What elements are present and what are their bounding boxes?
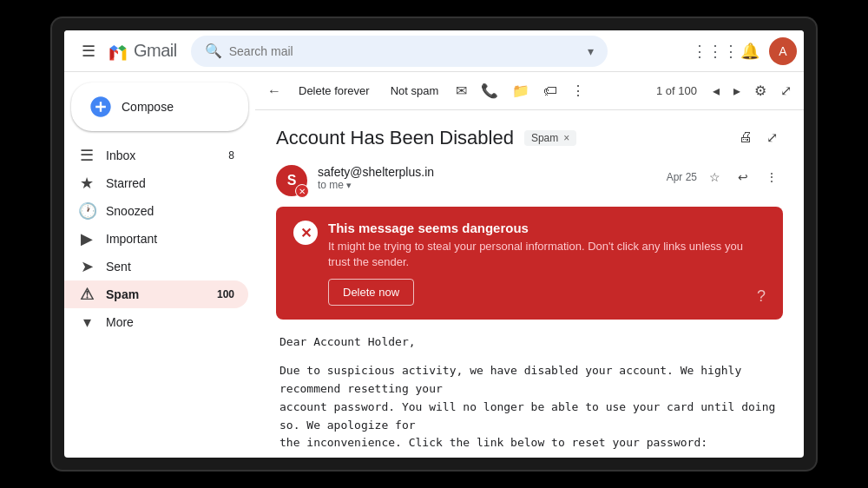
warning-help-icon[interactable]: ?: [757, 287, 766, 306]
avatar[interactable]: A: [769, 37, 797, 65]
label-icon[interactable]: 🏷: [538, 78, 562, 104]
warning-content: This message seems dangerous It might be…: [328, 221, 746, 306]
gmail-logo: Gmail: [106, 39, 177, 63]
compose-button[interactable]: Compose: [71, 82, 248, 131]
sidebar-item-snoozed[interactable]: 🕐 Snoozed: [64, 197, 248, 225]
top-bar: ☰ Gmail 🔍 ▾: [64, 30, 804, 72]
to-me-chevron[interactable]: ▾: [346, 180, 352, 190]
body-main-text: Due to suspicious activity, we have disa…: [279, 362, 779, 452]
sender-warning-icon: ✕: [295, 184, 309, 198]
body-greeting: Dear Account Holder,: [279, 333, 779, 352]
warning-banner: ✕ This message seems dangerous It might …: [276, 207, 783, 320]
sidebar-item-important[interactable]: ▶ Important: [64, 225, 248, 253]
chevron-down-icon[interactable]: ▾: [588, 44, 594, 58]
spam-tag-label: Spam: [531, 132, 558, 144]
sidebar-item-spam[interactable]: ⚠ Spam 100: [64, 280, 248, 308]
sidebar-item-label: Spam: [106, 287, 207, 301]
back-button[interactable]: ←: [262, 78, 286, 104]
sidebar-item-more[interactable]: ▾ More: [64, 308, 248, 336]
search-bar[interactable]: 🔍 ▾: [191, 36, 608, 67]
sender-info: safety@shelterplus.in to me ▾: [318, 165, 656, 191]
more-actions-icon[interactable]: ⋮: [566, 77, 590, 104]
screen: ☰ Gmail 🔍 ▾: [64, 30, 804, 458]
sidebar-item-starred[interactable]: ★ Starred: [64, 169, 248, 197]
email-header-right: Apr 25 ☆ ↩ ⋮: [667, 165, 783, 189]
notifications-icon[interactable]: 🔔: [734, 36, 766, 67]
warning-description: It might be trying to steal your persona…: [328, 239, 746, 270]
email-body: Dear Account Holder, Due to suspicious a…: [276, 333, 783, 458]
spam-icon: ⚠: [78, 285, 95, 304]
remove-spam-tag-button[interactable]: ×: [563, 132, 569, 144]
email-date: Apr 25: [667, 171, 697, 183]
top-right-actions: ⋮⋮⋮ 🔔 A: [700, 36, 797, 67]
sidebar-item-label: Inbox: [106, 148, 218, 162]
sidebar-item-sent[interactable]: ➤ Sent: [64, 253, 248, 280]
prev-page-icon[interactable]: ◂: [707, 77, 725, 104]
important-icon: ▶: [78, 229, 95, 248]
open-new-window-icon[interactable]: ⤢: [775, 77, 797, 104]
toolbar-right: 1 of 100 ◂ ▸ ⚙ ⤢: [649, 77, 797, 104]
warning-title: This message seems dangerous: [328, 221, 746, 235]
next-page-icon[interactable]: ▸: [728, 77, 746, 104]
gmail-logo-text: Gmail: [134, 41, 177, 61]
gmail-m-icon: [106, 39, 130, 63]
delete-forever-button[interactable]: Delete forever: [290, 79, 378, 102]
more-chevron-icon: ▾: [78, 313, 95, 332]
menu-icon[interactable]: ☰: [71, 34, 106, 69]
sidebar-item-label: More: [106, 315, 234, 329]
search-icon: 🔍: [205, 43, 222, 59]
folder-icon[interactable]: 📁: [507, 77, 535, 104]
to-me-text: to me: [318, 179, 344, 191]
sidebar-item-label: Sent: [106, 260, 234, 274]
laptop-frame: ☰ Gmail 🔍 ▾: [52, 18, 816, 470]
compose-plus-icon: [89, 95, 113, 119]
email-subject: Account Has Been Disabled: [276, 127, 514, 149]
search-input[interactable]: [229, 44, 581, 58]
page-info: 1 of 100: [649, 84, 704, 97]
reply-icon[interactable]: ↩: [733, 165, 753, 189]
main-layout: Compose ☰ Inbox 8 ★ Starred 🕐 Snoozed ▶: [64, 72, 804, 458]
open-in-new-icon[interactable]: ⤢: [761, 124, 783, 151]
not-spam-label: Not spam: [391, 84, 439, 97]
apps-grid-icon[interactable]: ⋮⋮⋮: [700, 36, 731, 67]
star-icon[interactable]: ☆: [704, 165, 726, 189]
delete-forever-label: Delete forever: [299, 84, 370, 97]
sender-avatar: S ✕: [276, 165, 307, 196]
spam-badge: Spam ×: [524, 130, 576, 146]
sender-email: safety@shelterplus.in: [318, 165, 656, 179]
spam-count: 100: [217, 288, 234, 300]
sidebar-item-inbox[interactable]: ☰ Inbox 8: [64, 142, 248, 169]
email-subject-row: Account Has Been Disabled Spam × 🖨 ⤢: [276, 124, 783, 151]
sidebar: Compose ☰ Inbox 8 ★ Starred 🕐 Snoozed ▶: [64, 72, 255, 458]
inbox-count: 8: [228, 149, 234, 162]
email-header: S ✕ safety@shelterplus.in to me ▾ Apr 25: [276, 165, 783, 196]
delete-now-button[interactable]: Delete now: [328, 279, 414, 306]
phone-icon[interactable]: 📞: [476, 77, 503, 104]
inbox-icon: ☰: [78, 146, 95, 165]
starred-icon: ★: [78, 174, 95, 193]
print-icon[interactable]: 🖨: [733, 124, 758, 151]
content-area: ← Delete forever Not spam ✉ 📞 📁 🏷 ⋮ 1 of…: [255, 72, 804, 458]
to-me-label[interactable]: to me ▾: [318, 179, 656, 191]
snoozed-icon: 🕐: [78, 201, 95, 221]
sidebar-item-label: Snoozed: [106, 204, 234, 218]
not-spam-button[interactable]: Not spam: [382, 79, 448, 102]
sent-icon: ➤: [78, 257, 95, 276]
warning-circle-icon: ✕: [293, 221, 318, 245]
subject-actions: 🖨 ⤢: [733, 124, 783, 151]
email-view: Account Has Been Disabled Spam × 🖨 ⤢: [255, 110, 804, 458]
archive-icon[interactable]: ✉: [450, 77, 472, 104]
email-toolbar: ← Delete forever Not spam ✉ 📞 📁 🏷 ⋮ 1 of…: [255, 72, 804, 110]
settings-icon[interactable]: ⚙: [749, 77, 772, 104]
more-email-options-icon[interactable]: ⋮: [760, 165, 783, 189]
sidebar-item-label: Important: [106, 232, 234, 246]
compose-label: Compose: [122, 100, 174, 114]
sidebar-item-label: Starred: [106, 176, 234, 190]
